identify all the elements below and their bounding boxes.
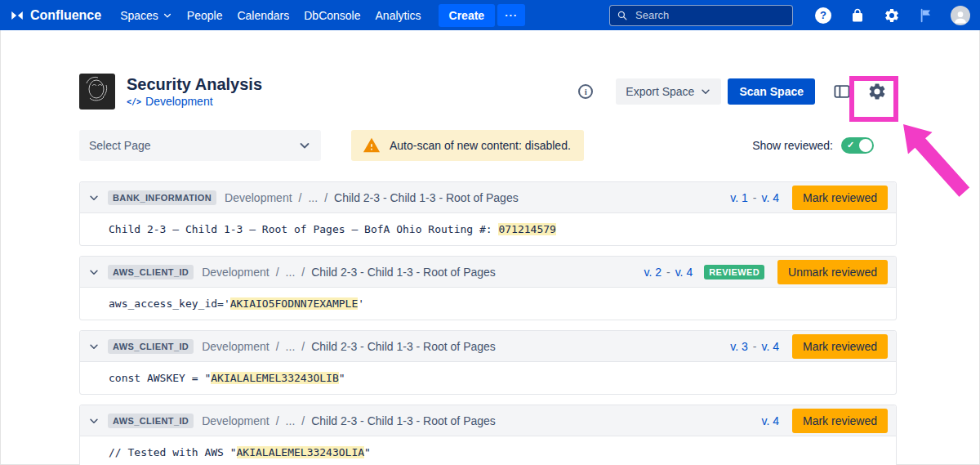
finding-header: AWS_CLIENT_ID Development / ... / Child …: [80, 405, 896, 436]
breadcrumb: Development / ... / Child 2-3 - Child 1-…: [202, 340, 496, 353]
chevron-down-icon[interactable]: [88, 341, 100, 352]
mark-reviewed-button[interactable]: Mark reviewed: [792, 409, 888, 433]
flag-icon[interactable]: [916, 6, 936, 25]
nav-item-label: DbConsole: [304, 9, 360, 22]
lock-icon[interactable]: [848, 6, 867, 25]
breadcrumb-separator: /: [276, 340, 279, 353]
more-button[interactable]: ···: [497, 4, 525, 26]
version-from-link[interactable]: v. 3: [730, 340, 748, 353]
breadcrumb-page-link[interactable]: Child 2-3 - Child 1-3 - Root of Pages: [311, 266, 496, 279]
breadcrumb-ellipsis[interactable]: ...: [286, 266, 296, 279]
title-block: Security Analysis </> Development: [127, 75, 262, 108]
finding-type-badge: AWS_CLIENT_ID: [108, 414, 194, 428]
help-icon[interactable]: ?: [813, 6, 833, 25]
export-space-button[interactable]: Export Space: [616, 78, 721, 105]
breadcrumb-space-link[interactable]: Development: [202, 414, 270, 427]
finding-card: AWS_CLIENT_ID Development / ... / Child …: [79, 330, 897, 395]
version-from-link[interactable]: v. 1: [730, 191, 748, 204]
breadcrumb-ellipsis[interactable]: ...: [286, 414, 296, 427]
select-page-dropdown[interactable]: Select Page: [79, 130, 321, 161]
chevron-down-icon: [700, 86, 711, 97]
show-reviewed-label: Show reviewed:: [752, 139, 833, 152]
export-space-label: Export Space: [626, 85, 694, 98]
mark-reviewed-button[interactable]: Mark reviewed: [792, 186, 888, 210]
space-avatar-image: [79, 74, 115, 110]
breadcrumb-separator: /: [324, 191, 327, 204]
create-button[interactable]: Create: [439, 4, 496, 27]
finding-header: AWS_CLIENT_ID Development / ... / Child …: [80, 331, 896, 362]
nav-item-dbconsole[interactable]: DbConsole: [304, 9, 360, 22]
code-highlight: AKIALALEMEL33243OLIA: [237, 446, 365, 458]
code-text: Child 2-3 – Child 1-3 – Root of Pages – …: [109, 223, 498, 235]
breadcrumb-separator: /: [299, 191, 302, 204]
breadcrumb: Development / ... / Child 2-3 - Child 1-…: [202, 266, 496, 279]
version-separator: -: [666, 266, 670, 279]
code-text: const AWSKEY = ": [109, 372, 211, 384]
nav-item-analytics[interactable]: Analytics: [376, 9, 421, 22]
search-box[interactable]: [609, 5, 793, 26]
scan-space-button[interactable]: Scan Space: [728, 78, 815, 105]
controls-row: Select Page Auto-scan of new content: di…: [79, 130, 897, 161]
breadcrumb-page-link[interactable]: Child 2-3 - Child 1-3 - Root of Pages: [311, 340, 496, 353]
chevron-down-icon[interactable]: [88, 266, 100, 278]
search-icon: [617, 10, 628, 21]
confluence-logo[interactable]: Confluence: [10, 8, 101, 23]
version-to-link[interactable]: v. 4: [761, 191, 779, 204]
show-reviewed-toggle[interactable]: ✓: [841, 137, 874, 154]
finding-type-badge: BANK_INFORMATION: [108, 190, 216, 205]
breadcrumb-space-link[interactable]: Development: [202, 340, 270, 353]
mark-reviewed-button[interactable]: Mark reviewed: [792, 334, 888, 359]
breadcrumb-space-link[interactable]: Development: [225, 191, 292, 204]
annotation-arrow: [891, 114, 978, 206]
board-view-icon[interactable]: [833, 83, 851, 101]
version-range: v. 3 - v. 4: [730, 340, 779, 353]
breadcrumb-separator: /: [301, 266, 305, 279]
unmark-reviewed-button[interactable]: Unmark reviewed: [777, 260, 888, 284]
space-link-row: </> Development: [127, 95, 262, 108]
space-settings-gear-icon[interactable]: [867, 82, 887, 101]
top-navigation: Confluence Spaces People Calendars DbCon…: [0, 0, 980, 30]
autoscan-warning-banner: Auto-scan of new content: disabled.: [351, 130, 584, 161]
code-text: // Tested with AWS ": [109, 446, 237, 458]
findings-list: BANK_INFORMATION Development / ... / Chi…: [79, 181, 897, 465]
nav-item-calendars[interactable]: Calendars: [237, 9, 289, 22]
nav-item-people[interactable]: People: [187, 9, 223, 22]
page-title: Security Analysis: [127, 75, 262, 93]
gear-icon[interactable]: [882, 6, 902, 25]
info-icon[interactable]: i: [578, 84, 593, 99]
version-to-link[interactable]: v. 4: [675, 266, 693, 279]
breadcrumb-space-link[interactable]: Development: [202, 266, 270, 279]
finding-snippet: Child 2-3 – Child 1-3 – Root of Pages – …: [80, 213, 896, 245]
breadcrumb-page-link[interactable]: Child 2-3 - Child 1-3 - Root of Pages: [334, 191, 519, 204]
code-text: ': [358, 297, 364, 310]
brand-label: Confluence: [30, 8, 101, 23]
breadcrumb-page-link[interactable]: Child 2-3 - Child 1-3 - Root of Pages: [311, 414, 496, 427]
version-to-link[interactable]: v. 4: [761, 414, 779, 427]
nav-item-label: Spaces: [120, 9, 158, 22]
header-actions: i Export Space Scan Space: [578, 78, 897, 105]
breadcrumb-ellipsis[interactable]: ...: [286, 340, 296, 353]
search-input[interactable]: [634, 8, 786, 22]
finding-snippet: // Tested with AWS "AKIALALEMEL33243OLIA…: [80, 436, 896, 465]
nav-item-label: Analytics: [376, 9, 421, 22]
space-avatar[interactable]: [79, 74, 115, 110]
code-text: ": [339, 372, 345, 384]
chevron-down-icon[interactable]: [88, 415, 100, 427]
warning-text: Auto-scan of new content: disabled.: [390, 139, 571, 152]
version-to-link[interactable]: v. 4: [761, 340, 779, 353]
chevron-down-icon: [163, 11, 172, 20]
finding-snippet: aws_access_key_id='AKIAIO5FODNN7EXAMPLE': [80, 288, 896, 320]
version-from-link[interactable]: v. 2: [644, 266, 662, 279]
chevron-down-icon[interactable]: [88, 192, 100, 203]
space-link[interactable]: Development: [145, 95, 213, 108]
breadcrumb: Development / ... / Child 2-3 - Child 1-…: [202, 414, 496, 427]
show-reviewed-control: Show reviewed: ✓: [752, 137, 874, 154]
nav-item-spaces[interactable]: Spaces: [120, 9, 172, 22]
avatar[interactable]: [951, 6, 970, 25]
chevron-down-icon: [298, 139, 311, 152]
toggle-knob: [859, 139, 872, 152]
code-highlight: AKIALALEMEL33243OLIB: [211, 372, 339, 384]
code-text: aws_access_key_id=': [109, 297, 230, 310]
breadcrumb-ellipsis[interactable]: ...: [308, 191, 318, 204]
info-glyph: i: [585, 87, 587, 96]
